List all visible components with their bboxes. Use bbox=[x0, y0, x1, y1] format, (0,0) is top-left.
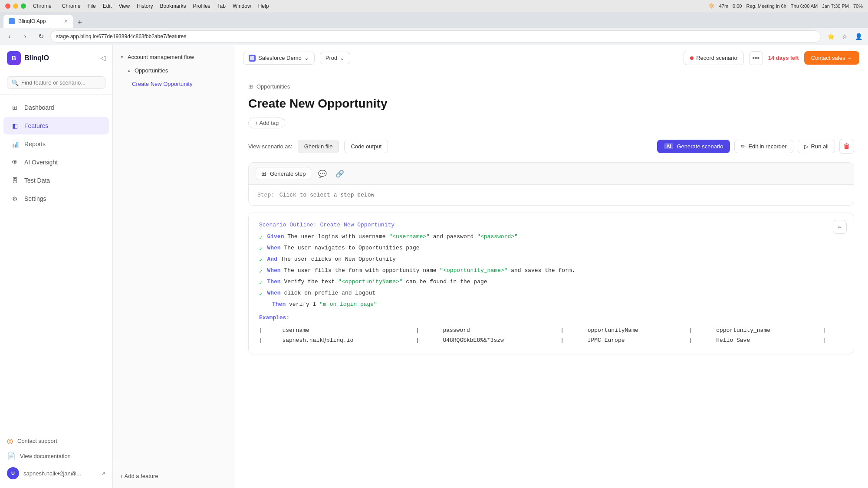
step-hint-text: Click to select a step below bbox=[279, 192, 374, 198]
feature-item-create-opportunity[interactable]: Create New Opportunity bbox=[113, 77, 234, 91]
col-header-oppname: opportunityName bbox=[581, 325, 682, 335]
breadcrumb-label: Opportunities bbox=[256, 83, 290, 90]
menu-file[interactable]: File bbox=[87, 3, 95, 9]
menu-tab[interactable]: Tab bbox=[217, 3, 226, 9]
pipe: | bbox=[682, 325, 710, 335]
edit-recorder-icon: ✏ bbox=[741, 143, 746, 150]
scenario-step-when-navigate[interactable]: ✓ When The user navigates to Opportuniti… bbox=[259, 245, 843, 252]
link-icon[interactable]: 🔗 bbox=[334, 168, 346, 180]
menu-view[interactable]: View bbox=[118, 3, 130, 9]
url-bar[interactable]: stage.app.blinq.io/677de19389d4c863fbb2a… bbox=[50, 30, 821, 43]
edit-in-recorder-button[interactable]: ✏ Edit in recorder bbox=[734, 140, 793, 153]
menu-help[interactable]: Help bbox=[258, 3, 269, 9]
scenario-step-and[interactable]: ✓ And The user clicks on New Opportunity bbox=[259, 256, 843, 264]
bookmark-icon[interactable]: ☆ bbox=[838, 30, 851, 43]
sidebar-collapse-button[interactable]: ◁ bbox=[100, 54, 105, 62]
menu-chrome[interactable]: Chrome bbox=[62, 3, 81, 9]
tab-favicon bbox=[9, 18, 15, 24]
user-profile-icon[interactable]: 👤 bbox=[852, 30, 865, 43]
sidebar-search[interactable]: 🔍 bbox=[0, 71, 112, 95]
feature-group-header-opportunities[interactable]: ▲ Opportunities bbox=[113, 64, 234, 77]
sidebar-label-features: Features bbox=[24, 122, 48, 129]
edit-pencil-button[interactable]: ✏ bbox=[833, 220, 847, 234]
feature-group-header-account[interactable]: ▼ Account management flow bbox=[113, 50, 234, 64]
view-docs-item[interactable]: 📄 View documentation bbox=[7, 449, 105, 464]
main-content: Salesforce Demo ⌄ Prod ⌄ Record scenario… bbox=[234, 45, 868, 488]
scenario-step-then-login[interactable]: Then verify I "m on login page" bbox=[259, 301, 843, 308]
run-all-label: Run all bbox=[811, 143, 829, 150]
menu-profiles[interactable]: Profiles bbox=[193, 3, 210, 9]
delete-button[interactable]: 🗑 bbox=[839, 139, 854, 154]
keyword-then-2: Then bbox=[272, 301, 286, 308]
feature-sidebar: ▼ Account management flow ▲ Opportunitie… bbox=[113, 45, 234, 488]
delete-icon: 🗑 bbox=[843, 142, 850, 150]
keyword-given: Given bbox=[267, 233, 284, 240]
run-all-button[interactable]: ▷ Run all bbox=[798, 140, 835, 153]
keyword-then-1: Then bbox=[267, 278, 280, 285]
pipe: | bbox=[259, 335, 275, 345]
env-selector[interactable]: Salesforce Demo ⌄ bbox=[243, 52, 315, 65]
extensions-icon[interactable]: ⭐ bbox=[825, 30, 837, 43]
contact-support-item[interactable]: ◎ Contact support bbox=[7, 433, 105, 449]
record-scenario-button[interactable]: Record scenario bbox=[684, 51, 744, 65]
step-empty-check bbox=[259, 301, 268, 308]
forward-button[interactable]: › bbox=[19, 30, 31, 43]
mac-window-controls[interactable] bbox=[5, 3, 26, 9]
test-data-icon: 🗄 bbox=[10, 176, 19, 185]
generate-scenario-button[interactable]: AI Generate scenario bbox=[657, 140, 730, 153]
user-item[interactable]: U sapnesh.naik+2jan@... ↗ bbox=[7, 464, 105, 483]
comment-icon[interactable]: 💬 bbox=[316, 168, 329, 180]
sidebar-item-dashboard[interactable]: ⊞ Dashboard bbox=[3, 99, 109, 116]
sidebar-item-settings[interactable]: ⚙ Settings bbox=[3, 190, 109, 207]
more-options-button[interactable]: ••• bbox=[749, 51, 763, 65]
reload-button[interactable]: ↻ bbox=[35, 30, 47, 43]
cell-oppname2: Hello Save bbox=[709, 335, 816, 345]
app-logo: B bbox=[7, 51, 21, 65]
maximize-button[interactable] bbox=[21, 3, 26, 9]
generate-step-label: Generate step bbox=[270, 170, 306, 177]
branch-selector[interactable]: Prod ⌄ bbox=[320, 52, 350, 64]
scenario-outline-label: Scenario Outline: Create New Opportunity bbox=[259, 222, 843, 228]
feature-item-label: Create New Opportunity bbox=[132, 81, 192, 87]
scenario-step-given[interactable]: ✓ Given The user logins with username "<… bbox=[259, 233, 843, 241]
contact-sales-button[interactable]: Contact sales → bbox=[804, 51, 859, 65]
step-text-5a: Verify the text bbox=[284, 278, 338, 285]
sidebar-item-test-data[interactable]: 🗄 Test Data bbox=[3, 172, 109, 189]
search-input[interactable] bbox=[7, 76, 105, 89]
menu-edit[interactable]: Edit bbox=[103, 3, 112, 9]
generate-step-button[interactable]: ⊞ Generate step bbox=[256, 167, 311, 180]
menu-history[interactable]: History bbox=[137, 3, 153, 9]
play-icon: ▷ bbox=[804, 143, 809, 150]
step-check-icon: ✓ bbox=[259, 279, 263, 286]
scenario-step-then-verify[interactable]: ✓ Then Verify the text "<opportunityName… bbox=[259, 278, 843, 286]
add-tag-button[interactable]: + Add tag bbox=[248, 118, 285, 128]
col-header-username: username bbox=[275, 325, 408, 335]
sidebar-label-ai-oversight: AI Oversight bbox=[24, 159, 58, 166]
topbar-right: Record scenario ••• 14 days left Contact… bbox=[684, 51, 859, 65]
breadcrumb: ⊞ Opportunities bbox=[248, 83, 854, 90]
tab-close-button[interactable]: × bbox=[64, 18, 68, 25]
generate-scenario-label: Generate scenario bbox=[677, 143, 723, 150]
minimize-button[interactable] bbox=[13, 3, 18, 9]
menu-bookmarks[interactable]: Bookmarks bbox=[160, 3, 186, 9]
contact-support-icon: ◎ bbox=[7, 437, 13, 445]
code-view-button[interactable]: Code output bbox=[344, 140, 388, 153]
sidebar-item-ai-oversight[interactable]: 👁 AI Oversight bbox=[3, 154, 109, 171]
scenario-step-when-form[interactable]: ✓ When The user fills the form with oppo… bbox=[259, 267, 843, 275]
chrome-tab-active[interactable]: BlinqIO App × bbox=[3, 15, 73, 28]
step-param-opp-name-verify: "<opportunityName>" bbox=[338, 278, 402, 285]
add-feature-button[interactable]: + Add a feature bbox=[120, 469, 227, 483]
pipe: | bbox=[259, 325, 275, 335]
scenario-step-when-logout[interactable]: ✓ When click on profile and logout bbox=[259, 290, 843, 298]
logout-icon[interactable]: ↗ bbox=[101, 470, 105, 477]
sidebar-item-reports[interactable]: 📊 Reports bbox=[3, 135, 109, 153]
sidebar-item-features[interactable]: ◧ Features bbox=[3, 117, 109, 134]
close-button[interactable] bbox=[5, 3, 10, 9]
view-label: View scenario as: bbox=[248, 143, 293, 150]
menu-window[interactable]: Window bbox=[233, 3, 251, 9]
gherkin-label: Gherkin file bbox=[304, 143, 333, 150]
back-button[interactable]: ‹ bbox=[3, 30, 16, 43]
page-title: Create New Opportunity bbox=[248, 97, 854, 111]
gherkin-view-button[interactable]: Gherkin file bbox=[298, 140, 339, 153]
new-tab-button[interactable]: + bbox=[75, 17, 85, 28]
